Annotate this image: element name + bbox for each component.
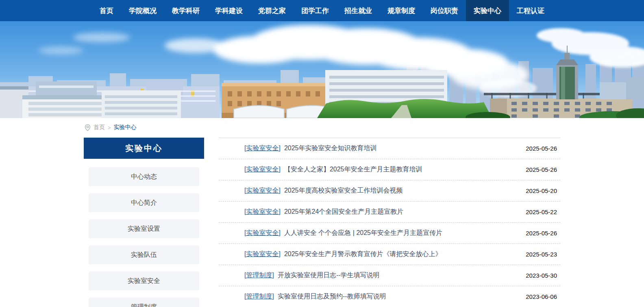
sidebar-menu: 中心动态 中心简介 实验室设置 实验队伍 实验室安全 管理制度 [84, 167, 204, 307]
nav-item[interactable]: 党群之家 [250, 0, 294, 21]
breadcrumb: 首页 > 实验中心 [84, 118, 560, 136]
breadcrumb-separator: > [108, 125, 111, 131]
article-date: 2025-05-26 [518, 145, 557, 152]
sidebar-item[interactable]: 中心简介 [89, 193, 199, 212]
article-title-link[interactable]: 2025年度高校实验室安全工作培训会视频 [284, 186, 403, 195]
article-date: 2025-05-26 [518, 166, 557, 173]
campus-banner-illustration [0, 21, 644, 118]
nav-item[interactable]: 团学工作 [294, 0, 337, 21]
article-list: [实验室安全] 2025年实验室安全知识教育培训 2025-05-26 [实验室… [219, 138, 560, 307]
article-category-link[interactable]: [实验室安全] [244, 186, 281, 195]
sidebar-item[interactable]: 管理制度 [89, 298, 199, 307]
article-date: 2025-05-23 [518, 251, 557, 258]
sidebar-title[interactable]: 实验中心 [84, 138, 204, 159]
nav-item[interactable]: 规章制度 [380, 0, 423, 21]
campus-banner-image [0, 21, 644, 118]
top-navbar: 首页 学院概况 教学科研 学科建设 党群之家 团学工作 招生就业 规章制度 岗位… [0, 0, 644, 21]
article-row: [实验室安全] 【安全人之家】2025年安全生产月主题教育培训 2025-05-… [219, 159, 560, 180]
article-title-link[interactable]: 实验室使用日志及预约--教师填写说明 [278, 292, 386, 301]
article-date: 2023-06-06 [518, 293, 557, 300]
article-row: [实验室安全] 2025年第24个全国安全生产月主题宣教片 2025-05-22 [219, 202, 560, 223]
article-category-link[interactable]: [管理制度] [244, 292, 274, 301]
article-category-link[interactable]: [实验室安全] [244, 144, 281, 153]
sidebar-item[interactable]: 实验室设置 [89, 219, 199, 238]
article-title-link[interactable]: 人人讲安全 个个会应急 | 2025年安全生产月主题宣传片 [284, 229, 442, 237]
article-row: [管理制度] 开放实验室使用日志--学生填写说明 2023-05-30 [219, 265, 560, 286]
article-title-link[interactable]: 2025年第24个全国安全生产月主题宣教片 [284, 208, 403, 216]
article-date: 2023-05-30 [518, 272, 557, 279]
nav-item[interactable]: 实验中心 [466, 0, 509, 21]
article-date: 2025-05-22 [518, 208, 557, 215]
article-category-link[interactable]: [实验室安全] [244, 165, 281, 174]
article-row: [实验室安全] 人人讲安全 个个会应急 | 2025年安全生产月主题宣传片 20… [219, 223, 560, 244]
breadcrumb-home-link[interactable]: 首页 [94, 124, 105, 131]
article-date: 2025-05-26 [518, 230, 557, 237]
nav-item[interactable]: 招生就业 [337, 0, 380, 21]
nav-item[interactable]: 岗位职责 [423, 0, 466, 21]
sidebar-item[interactable]: 实验室安全 [89, 272, 199, 290]
nav-item[interactable]: 首页 [92, 0, 121, 21]
breadcrumb-current[interactable]: 实验中心 [114, 124, 137, 131]
article-category-link[interactable]: [实验室安全] [244, 229, 281, 237]
article-category-link[interactable]: [管理制度] [244, 271, 274, 280]
article-row: [实验室安全] 2025年安全生产月警示教育宣传片《请把安全放心上》 2025-… [219, 244, 560, 265]
sidebar: 实验中心 中心动态 中心简介 实验室设置 实验队伍 实验室安全 管理制度 [84, 138, 204, 307]
article-row: [实验室安全] 2025年度高校实验室安全工作培训会视频 2025-05-20 [219, 180, 560, 202]
article-row: [实验室安全] 2025年实验室安全知识教育培训 2025-05-26 [219, 138, 560, 159]
article-date: 2025-05-20 [518, 187, 557, 194]
sidebar-item[interactable]: 实验队伍 [89, 246, 199, 264]
article-category-link[interactable]: [实验室安全] [244, 208, 281, 216]
article-title-link[interactable]: 2025年安全生产月警示教育宣传片《请把安全放心上》 [284, 250, 442, 259]
sidebar-item[interactable]: 中心动态 [89, 167, 199, 186]
article-title-link[interactable]: 【安全人之家】2025年安全生产月主题教育培训 [284, 165, 422, 174]
article-category-link[interactable]: [实验室安全] [244, 250, 281, 259]
article-title-link[interactable]: 2025年实验室安全知识教育培训 [284, 144, 377, 153]
top-navbar-items: 首页 学院概况 教学科研 学科建设 党群之家 团学工作 招生就业 规章制度 岗位… [92, 0, 552, 21]
nav-item[interactable]: 学院概况 [121, 0, 164, 21]
nav-item[interactable]: 教学科研 [164, 0, 207, 21]
location-pin-icon [85, 124, 91, 131]
article-title-link[interactable]: 开放实验室使用日志--学生填写说明 [278, 271, 380, 280]
nav-item[interactable]: 学科建设 [207, 0, 250, 21]
nav-item[interactable]: 工程认证 [509, 0, 552, 21]
article-row: [管理制度] 实验室使用日志及预约--教师填写说明 2023-06-06 [219, 286, 560, 307]
